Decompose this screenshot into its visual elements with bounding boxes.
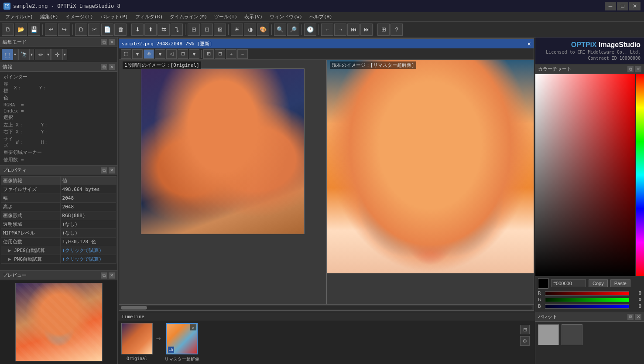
toolbar-open[interactable]: 📂 xyxy=(15,24,27,36)
color-hex-input[interactable] xyxy=(551,279,586,287)
img-compare-btn[interactable]: ⊟ xyxy=(215,49,225,59)
edit-mode-detach[interactable]: ⧉ xyxy=(101,39,107,45)
color-paste-button[interactable]: Paste xyxy=(610,279,630,287)
toolbar-new2[interactable]: 🗋 xyxy=(75,24,87,36)
menu-image[interactable]: イメージ(I) xyxy=(62,13,97,21)
toolbar-import[interactable]: ⬇ xyxy=(131,24,144,36)
move-tool[interactable]: ✛ xyxy=(51,49,63,60)
toolbar-save[interactable]: 💾 xyxy=(28,24,40,36)
minimize-button[interactable]: ─ xyxy=(605,2,616,10)
color-chart-close[interactable]: ✕ xyxy=(635,66,641,72)
toolbar-export[interactable]: ⬆ xyxy=(144,24,157,36)
timeline-node-close[interactable]: ✕ xyxy=(190,324,196,330)
image-window-close[interactable]: ✕ xyxy=(528,40,531,47)
menu-help[interactable]: ヘルプ(H) xyxy=(306,13,336,21)
toolbar-undo[interactable]: ↩ xyxy=(45,24,57,36)
scrollbar-thumb[interactable] xyxy=(121,306,147,310)
img-view-dropdown[interactable]: ▼ xyxy=(155,49,165,59)
toolbar-new[interactable]: 🗋 xyxy=(2,24,14,36)
img-fit-btn[interactable]: ⊡ xyxy=(178,49,188,59)
toolbar-colorize[interactable]: 🎨 xyxy=(257,24,269,36)
menu-edit[interactable]: 編集(E) xyxy=(37,13,62,21)
preview-close[interactable]: ✕ xyxy=(109,272,115,279)
toolbar-redo[interactable]: ↪ xyxy=(58,24,70,36)
toolbar-delete[interactable]: 🗑 xyxy=(114,24,127,36)
toolbar-fliph[interactable]: ⇆ xyxy=(158,24,170,36)
b-channel-slider[interactable] xyxy=(545,304,629,309)
info-close[interactable]: ✕ xyxy=(109,64,115,70)
menu-view[interactable]: 表示(V) xyxy=(241,13,266,21)
props-close[interactable]: ✕ xyxy=(109,167,115,173)
palette-close[interactable]: ✕ xyxy=(635,314,641,320)
prop-value-7[interactable]: (クリックで試算) xyxy=(60,246,116,255)
edit-mode-close[interactable]: ✕ xyxy=(109,39,115,45)
select-rect-tool[interactable]: ⬚ xyxy=(2,49,13,60)
toolbar-grid[interactable]: ⊞ xyxy=(188,24,200,36)
r-channel-slider[interactable] xyxy=(545,291,629,296)
timeline-right-icons: ⊞ ⚙ xyxy=(518,323,531,347)
toolbar-timer[interactable]: 🕐 xyxy=(304,24,316,36)
pencil-dropdown[interactable]: ▼ xyxy=(46,49,51,60)
toolbar-flipv[interactable]: ⇅ xyxy=(171,24,183,36)
preview-detach[interactable]: ⧉ xyxy=(101,272,107,279)
hue-strip[interactable] xyxy=(636,74,644,276)
timeline-settings-btn[interactable]: ⚙ xyxy=(520,336,530,346)
g-channel-slider[interactable] xyxy=(545,298,629,302)
img-zoom-out[interactable]: − xyxy=(237,49,248,59)
timeline-thumb-remaster[interactable]: IS ✕ xyxy=(166,323,198,354)
eyedropper-dropdown[interactable]: ▼ xyxy=(30,49,34,60)
timeline-add-btn[interactable]: ⊞ xyxy=(520,325,530,334)
toolbar-trim2[interactable]: ⊠ xyxy=(214,24,226,36)
toolbar-contrast[interactable]: ◑ xyxy=(244,24,256,36)
menu-palette[interactable]: パレット(P) xyxy=(97,13,132,21)
toolbar-help[interactable]: ? xyxy=(391,24,403,36)
timeline-arrow: → xyxy=(156,333,161,343)
menu-window[interactable]: ウィンドウ(W) xyxy=(266,13,306,21)
img-select-dropdown[interactable]: ▼ xyxy=(132,49,143,59)
toolbar-paste-doc[interactable]: 📄 xyxy=(101,24,113,36)
toolbar-last[interactable]: ⏭ xyxy=(360,24,373,36)
palette-swatch-fg[interactable] xyxy=(538,324,559,345)
canvas-split: 1段階前のイメージ：[Original] 現在のイメージ：[リマスター超解像] xyxy=(119,60,534,304)
img-grid-btn[interactable]: ⊞ xyxy=(203,49,214,59)
preview-content xyxy=(0,280,117,364)
palette-detach[interactable]: ⧉ xyxy=(627,314,634,320)
img-view-btn[interactable]: 👁 xyxy=(144,49,154,59)
select-rect-group: ⬚ ▼ xyxy=(2,49,17,60)
pencil-tool[interactable]: ✏ xyxy=(35,49,46,60)
img-select-btn[interactable]: ⬚ xyxy=(121,49,131,59)
toolbar-windows[interactable]: ⊞ xyxy=(377,24,390,36)
select-rect-dropdown[interactable]: ▼ xyxy=(13,49,17,60)
img-fit-dropdown[interactable]: ▼ xyxy=(189,49,199,59)
props-detach[interactable]: ⧉ xyxy=(101,167,107,173)
prop-value-8[interactable]: (クリックで試算) xyxy=(60,255,116,264)
palette-swatch-bg[interactable] xyxy=(562,324,582,345)
menu-filter[interactable]: フィルタ(R) xyxy=(132,13,167,21)
menu-file[interactable]: ファイル(F) xyxy=(2,13,37,21)
color-copy-button[interactable]: Copy xyxy=(589,279,608,287)
color-swatch[interactable] xyxy=(538,278,548,289)
toolbar-cut[interactable]: ✂ xyxy=(88,24,100,36)
img-zoom-in[interactable]: + xyxy=(226,49,236,59)
toolbar-zoom-out[interactable]: 🔎 xyxy=(287,24,299,36)
img-nav-btn[interactable]: ◁ xyxy=(166,49,177,59)
move-dropdown[interactable]: ▼ xyxy=(63,49,67,60)
color-chart-detach[interactable]: ⧉ xyxy=(627,66,634,72)
toolbar-first[interactable]: ⏮ xyxy=(347,24,360,36)
timeline-thumb-original[interactable] xyxy=(121,323,153,354)
canvas-scrollbar[interactable] xyxy=(119,304,534,310)
menu-tools[interactable]: ツール(T) xyxy=(211,13,241,21)
original-image xyxy=(141,68,305,234)
info-detach[interactable]: ⧉ xyxy=(101,64,107,70)
color-picker-area[interactable] xyxy=(535,74,644,276)
maximize-button[interactable]: □ xyxy=(617,2,628,10)
eyedropper-tool[interactable]: 🔭 xyxy=(18,49,30,60)
toolbar-brightness[interactable]: ☀ xyxy=(231,24,243,36)
toolbar-zoom-in[interactable]: 🔍 xyxy=(274,24,286,36)
close-button[interactable]: ✕ xyxy=(629,2,641,10)
title-left: IS sample2.png - OPTPiX ImageStudio 8 xyxy=(3,3,120,10)
toolbar-trim[interactable]: ⊡ xyxy=(201,24,213,36)
toolbar-next[interactable]: → xyxy=(334,24,346,36)
toolbar-prev[interactable]: ← xyxy=(321,24,333,36)
menu-timeline[interactable]: タイムライン(M) xyxy=(166,13,211,21)
